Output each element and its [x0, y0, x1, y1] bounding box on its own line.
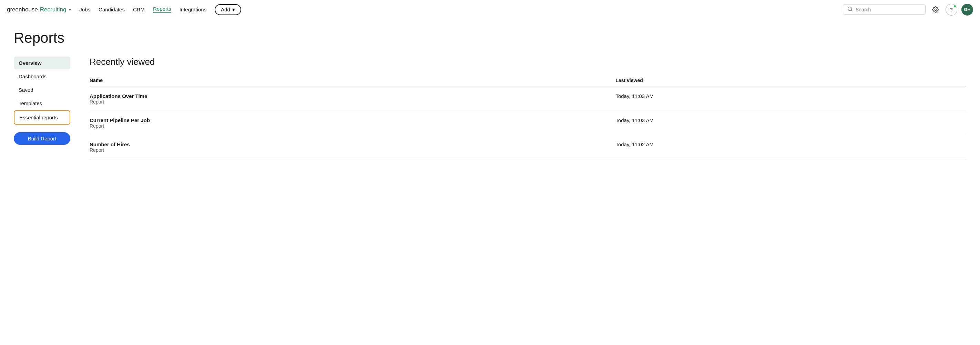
col-header-last-viewed: Last viewed — [616, 74, 966, 87]
svg-point-2 — [935, 9, 937, 10]
table-row[interactable]: Applications Over Time Report Today, 11:… — [89, 87, 966, 111]
nav-reports[interactable]: Reports — [153, 6, 171, 13]
sidebar-item-dashboards[interactable]: Dashboards — [14, 70, 70, 83]
col-header-name: Name — [89, 74, 616, 87]
svg-line-1 — [851, 10, 852, 11]
add-button[interactable]: Add ▾ — [215, 4, 241, 15]
last-viewed-value: Today, 11:02 AM — [616, 135, 966, 160]
brand-logo[interactable]: greenhouseRecruiting ▾ — [7, 6, 71, 13]
top-navigation: greenhouseRecruiting ▾ Jobs Candidates C… — [0, 0, 980, 19]
page-body: Overview Dashboards Saved Templates Esse… — [0, 50, 980, 160]
sidebar-item-saved[interactable]: Saved — [14, 83, 70, 96]
search-box[interactable] — [843, 4, 926, 15]
user-avatar[interactable]: GH — [961, 4, 973, 16]
main-content: Recently viewed Name Last viewed Applica… — [76, 50, 966, 160]
recently-viewed-title: Recently viewed — [89, 57, 966, 67]
table-row[interactable]: Current Pipeline Per Job Report Today, 1… — [89, 111, 966, 135]
nav-links: Jobs Candidates CRM Reports Integrations — [79, 6, 207, 13]
sidebar-item-essential-reports[interactable]: Essential reports — [14, 110, 70, 125]
reports-table: Name Last viewed Applications Over Time … — [89, 74, 966, 160]
notification-dot — [953, 5, 956, 8]
sidebar: Overview Dashboards Saved Templates Esse… — [14, 50, 76, 160]
nav-candidates[interactable]: Candidates — [99, 6, 125, 13]
nav-integrations[interactable]: Integrations — [180, 6, 207, 13]
brand-name-part2: Recruiting — [40, 6, 67, 13]
nav-crm[interactable]: CRM — [133, 6, 145, 13]
nav-jobs[interactable]: Jobs — [79, 6, 90, 13]
last-viewed-value: Today, 11:03 AM — [616, 87, 966, 111]
table-row[interactable]: Number of Hires Report Today, 11:02 AM — [89, 135, 966, 160]
report-name: Number of Hires — [89, 141, 616, 147]
nav-right-actions: ? GH — [843, 4, 973, 16]
page-title: Reports — [14, 30, 966, 46]
report-name: Current Pipeline Per Job — [89, 117, 616, 123]
build-report-button[interactable]: Build Report — [14, 132, 70, 145]
report-name: Applications Over Time — [89, 93, 616, 99]
search-icon — [847, 6, 853, 13]
settings-button[interactable] — [930, 4, 942, 16]
sidebar-item-overview[interactable]: Overview — [14, 57, 70, 69]
last-viewed-value: Today, 11:03 AM — [616, 111, 966, 135]
sidebar-item-templates[interactable]: Templates — [14, 97, 70, 110]
report-type: Report — [89, 99, 616, 109]
page-header: Reports — [0, 19, 980, 50]
help-button[interactable]: ? — [945, 4, 957, 16]
brand-name-part1: greenhouse — [7, 6, 38, 13]
add-label: Add — [221, 6, 230, 13]
add-chevron-icon: ▾ — [232, 6, 235, 13]
search-input[interactable] — [856, 7, 921, 13]
brand-chevron-icon[interactable]: ▾ — [69, 7, 71, 12]
report-type: Report — [89, 147, 616, 158]
report-type: Report — [89, 123, 616, 134]
